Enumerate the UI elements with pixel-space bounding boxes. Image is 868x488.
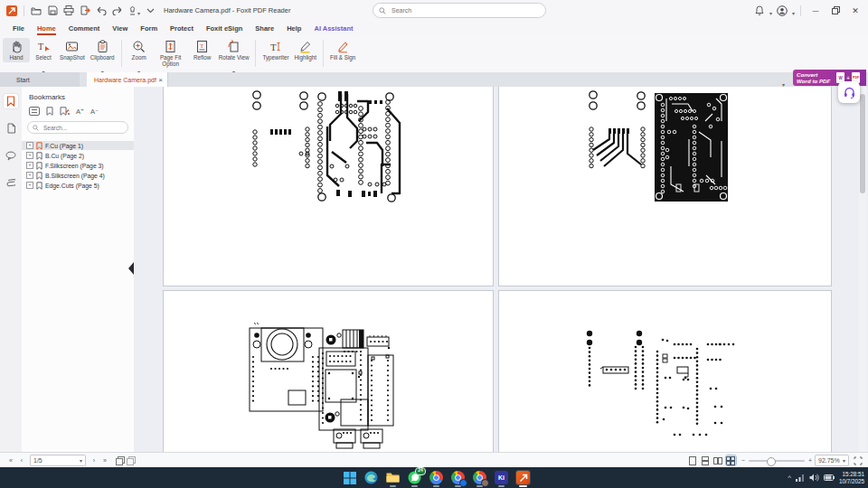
bookmarks-search[interactable]: [27, 121, 128, 134]
network-icon[interactable]: [796, 474, 805, 482]
titlebar-search[interactable]: [373, 3, 546, 18]
expand-icon[interactable]: [26, 182, 33, 189]
account-avatar-icon[interactable]: [774, 4, 790, 18]
pdf-page-1[interactable]: [163, 87, 494, 286]
last-page-button[interactable]: [99, 457, 110, 464]
export-icon[interactable]: [77, 4, 93, 18]
bookmark-item[interactable]: F.Silkscreen (Page 3): [22, 161, 134, 170]
expand-icon[interactable]: [26, 162, 33, 169]
edge-browser-icon[interactable]: [363, 470, 379, 485]
bookmark-item[interactable]: B.Cu (Page 2): [22, 151, 134, 160]
snapshot-button[interactable]: SnapShot: [57, 38, 88, 62]
pdf-page-2[interactable]: [498, 87, 832, 286]
fill-and-sign-button[interactable]: Fill & Sign: [327, 38, 358, 62]
document-view[interactable]: [134, 87, 859, 452]
expand-icon[interactable]: [26, 172, 33, 179]
bookmarks-panel: Bookmarks A⁺ A⁻ F.Cu (Page 1) B.Cu (Page…: [22, 87, 135, 452]
expand-icon[interactable]: [26, 152, 33, 159]
zoom-slider-knob[interactable]: [767, 457, 776, 466]
pages-panel-icon[interactable]: [4, 121, 18, 136]
next-view-button[interactable]: [127, 456, 137, 465]
notifications-bell-icon[interactable]: [751, 4, 768, 18]
zoom-slider[interactable]: [749, 460, 805, 462]
bookmark-item[interactable]: Edge.Cuts (Page 5): [22, 181, 134, 190]
menu-home[interactable]: Home: [31, 21, 62, 36]
taskbar-clock[interactable]: 15:28:51 10/7/2025: [839, 471, 864, 484]
zoom-in-button[interactable]: +: [808, 457, 812, 464]
pdf-page-3[interactable]: [163, 290, 494, 452]
facing-view-icon[interactable]: [713, 455, 723, 465]
menu-comment[interactable]: Comment: [62, 21, 107, 36]
font-decrease-icon[interactable]: A⁻: [90, 108, 99, 116]
save-icon[interactable]: [44, 4, 61, 18]
previous-page-button[interactable]: [16, 457, 27, 464]
start-button[interactable]: [342, 470, 357, 485]
edit-bookmark-icon[interactable]: [60, 107, 70, 116]
menu-form[interactable]: Form: [134, 21, 164, 36]
typewriter-button[interactable]: T Typewriter: [259, 38, 291, 62]
dropdown-caret[interactable]: [792, 3, 795, 19]
tab-start[interactable]: Start: [0, 72, 80, 87]
menu-view[interactable]: View: [106, 21, 134, 36]
chrome-profile2-icon[interactable]: [450, 470, 466, 485]
previous-view-button[interactable]: [116, 456, 127, 465]
bookmark-item[interactable]: B.Silkscreen (Page 4): [22, 171, 134, 180]
collapse-ribbon-icon[interactable]: [142, 4, 158, 18]
print-icon[interactable]: [61, 4, 77, 18]
zoom-out-button[interactable]: −: [741, 457, 745, 464]
chrome-icon[interactable]: [429, 470, 444, 485]
hand-tool-button[interactable]: Hand: [3, 38, 30, 62]
expand-icon[interactable]: [26, 142, 33, 149]
bookmarks-panel-icon[interactable]: [4, 94, 18, 108]
close-button[interactable]: [846, 3, 864, 19]
whatsapp-icon[interactable]: 24: [407, 470, 422, 485]
reflow-button[interactable]: T Reflow: [189, 38, 216, 62]
zoom-level-box[interactable]: 92.75%: [815, 455, 849, 466]
page-number-box[interactable]: 1/5: [30, 455, 86, 466]
chrome-profile3-icon[interactable]: [472, 470, 487, 485]
hidden-icons-chevron[interactable]: [788, 474, 791, 482]
open-file-icon[interactable]: [28, 4, 44, 18]
battery-icon[interactable]: [824, 474, 835, 481]
pcb-f-cu-graphic: [164, 87, 495, 286]
add-bookmark-icon[interactable]: [46, 107, 53, 116]
fullscreen-button[interactable]: [854, 456, 863, 465]
zoom-icon: [132, 40, 146, 53]
foxit-taskbar-icon[interactable]: [515, 470, 531, 485]
menu-foxit-esign[interactable]: Foxit eSign: [200, 21, 249, 36]
restore-button[interactable]: [826, 3, 844, 19]
single-page-view-icon[interactable]: [688, 455, 698, 465]
ai-assistant-fab[interactable]: [838, 81, 860, 103]
dropdown-caret[interactable]: [769, 3, 772, 19]
menu-share[interactable]: Share: [249, 21, 280, 36]
first-page-button[interactable]: [5, 457, 16, 464]
next-page-button[interactable]: [89, 457, 99, 464]
quick-tools-icon[interactable]: [126, 4, 142, 18]
sidebar-collapse-handle[interactable]: [128, 262, 134, 275]
scrollbar-thumb[interactable]: [860, 94, 865, 193]
file-explorer-icon[interactable]: [385, 470, 401, 485]
highlight-button[interactable]: Highlight: [292, 38, 320, 62]
menu-file[interactable]: File: [6, 21, 31, 36]
minimize-button[interactable]: [807, 3, 825, 19]
panel-title: Bookmarks: [22, 87, 134, 101]
comments-panel-icon[interactable]: [4, 148, 18, 163]
menu-help[interactable]: Help: [280, 21, 307, 36]
attachments-panel-icon[interactable]: [4, 175, 18, 190]
font-increase-icon[interactable]: A⁺: [76, 108, 84, 116]
continuous-view-icon[interactable]: [701, 455, 711, 465]
expand-all-icon[interactable]: [29, 107, 40, 116]
tab-close-icon[interactable]: [158, 76, 163, 84]
facing-continuous-view-icon[interactable]: [726, 455, 736, 465]
menu-ai-assistant[interactable]: AI Assistant: [307, 21, 359, 36]
menu-protect[interactable]: Protect: [164, 21, 200, 36]
kicad-icon[interactable]: Ki: [494, 470, 509, 485]
pdf-page-4[interactable]: [498, 290, 832, 452]
undo-icon[interactable]: [93, 4, 109, 18]
titlebar-search-input[interactable]: [390, 6, 529, 14]
tab-document-active[interactable]: Hardware Camera.pdf: [87, 72, 168, 87]
volume-icon[interactable]: [809, 474, 819, 482]
redo-icon[interactable]: [109, 4, 126, 18]
bookmark-item[interactable]: F.Cu (Page 1): [22, 141, 134, 150]
bookmarks-search-input[interactable]: [42, 124, 127, 132]
